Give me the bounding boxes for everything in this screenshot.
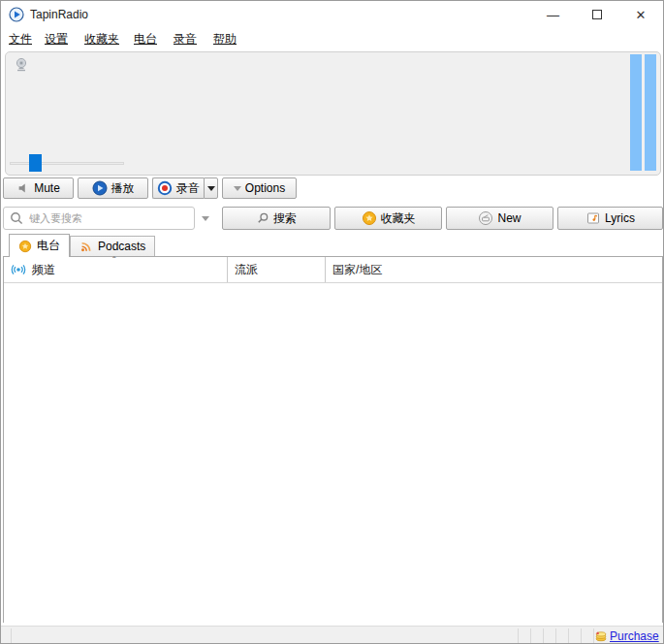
lyrics-button[interactable]: Lyrics <box>557 207 663 230</box>
search-field-wrap <box>3 207 195 230</box>
chevron-down-icon <box>202 216 209 221</box>
title-bar: TapinRadio — ✕ <box>1 1 663 28</box>
speaker-icon <box>16 181 30 195</box>
search-input[interactable] <box>3 207 195 230</box>
search-icon <box>256 211 269 225</box>
close-icon: ✕ <box>636 8 647 22</box>
play-icon <box>92 180 108 196</box>
record-icon <box>157 180 173 196</box>
column-header-genre[interactable]: 流派 <box>227 257 325 282</box>
column-channel-label: 频道 <box>32 262 55 278</box>
new-button[interactable]: New <box>446 207 553 230</box>
favorites-button-label: 收藏夹 <box>381 210 416 227</box>
purchase-link[interactable]: Purchase <box>610 629 659 643</box>
chevron-down-icon <box>234 186 241 191</box>
star-icon <box>18 240 32 253</box>
table-body-empty[interactable] <box>4 283 662 623</box>
chevron-down-icon <box>207 186 215 191</box>
menu-recording[interactable]: 录音 <box>174 31 197 48</box>
menu-help[interactable]: 帮助 <box>213 31 237 48</box>
close-button[interactable]: ✕ <box>618 1 663 28</box>
mute-label: Mute <box>34 181 60 195</box>
mute-button[interactable]: Mute <box>3 177 74 199</box>
options-label: Options <box>245 181 285 195</box>
column-country-label: 国家/地区 <box>332 262 382 278</box>
maximize-icon <box>592 10 602 19</box>
lyrics-icon <box>585 210 601 226</box>
menu-settings[interactable]: 设置 <box>45 31 68 48</box>
status-divider <box>530 628 531 644</box>
column-genre-label: 流派 <box>235 262 258 278</box>
broadcast-icon <box>11 262 26 277</box>
menu-station[interactable]: 电台 <box>134 31 157 48</box>
column-header-country[interactable]: 国家/地区 <box>325 257 662 282</box>
record-label: 录音 <box>176 180 200 197</box>
tab-stations-label: 电台 <box>37 238 60 254</box>
search-button[interactable]: 搜索 <box>222 207 331 230</box>
new-station-icon <box>478 210 493 226</box>
record-dropdown-button[interactable] <box>204 177 218 199</box>
minimize-button[interactable]: — <box>531 1 575 28</box>
tab-podcasts[interactable]: Podcasts <box>70 236 155 256</box>
star-icon <box>362 210 377 226</box>
rss-icon <box>79 240 93 253</box>
app-logo-icon <box>9 7 24 22</box>
stations-table: 频道 流派 国家/地区 ˆ <box>3 256 663 623</box>
maximize-button[interactable] <box>575 1 618 28</box>
search-icon <box>9 210 24 226</box>
search-button-label: 搜索 <box>273 210 297 227</box>
status-divider <box>518 628 519 644</box>
menu-favorites[interactable]: 收藏夹 <box>84 31 119 48</box>
radio-icon <box>14 57 29 73</box>
status-divider <box>543 628 544 644</box>
options-button[interactable]: Options <box>222 177 297 199</box>
status-divider <box>11 628 12 644</box>
vu-meter-left <box>630 54 642 171</box>
record-button[interactable]: 录音 <box>152 177 204 199</box>
menu-bar: 文件 设置 收藏夹 电台 录音 帮助 <box>1 28 663 48</box>
lyrics-button-label: Lyrics <box>605 211 635 225</box>
volume-slider-track[interactable] <box>10 162 124 165</box>
search-history-dropdown[interactable] <box>195 207 216 230</box>
play-button[interactable]: 播放 <box>78 177 148 199</box>
new-button-label: New <box>497 211 521 225</box>
purchase-icon <box>594 629 608 643</box>
app-window: TapinRadio — ✕ 文件 设置 收藏夹 电台 录音 帮助 <box>0 0 664 644</box>
favorites-button[interactable]: 收藏夹 <box>334 207 442 230</box>
volume-slider-handle[interactable] <box>29 154 42 172</box>
now-playing-panel <box>5 51 661 176</box>
menu-file[interactable]: 文件 <box>9 31 32 48</box>
tab-podcasts-label: Podcasts <box>98 240 145 253</box>
status-bar: Purchase <box>1 626 663 644</box>
play-label: 播放 <box>111 180 135 197</box>
sort-ascending-icon: ˆ <box>112 255 116 267</box>
status-divider <box>555 628 556 644</box>
minimize-icon: — <box>547 8 559 22</box>
tab-stations[interactable]: 电台 <box>9 234 70 257</box>
window-title: TapinRadio <box>30 8 88 21</box>
vu-meter-right <box>645 54 656 171</box>
status-divider <box>581 628 582 644</box>
table-header-row: 频道 流派 国家/地区 ˆ <box>4 257 662 283</box>
status-divider <box>568 628 569 644</box>
